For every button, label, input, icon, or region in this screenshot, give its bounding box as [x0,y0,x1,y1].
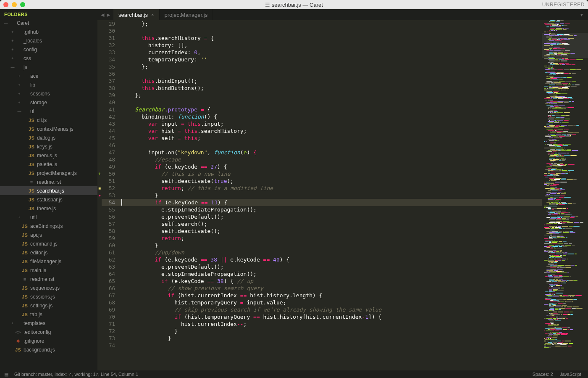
editor[interactable]: +■▸ 293031323334353637383940414243444546… [97,20,588,370]
tree-item-label: tab.js [30,312,42,317]
file-item[interactable]: JScontextMenus.js [0,124,97,133]
file-icon: <> [15,330,21,335]
chevron-down-icon: — [3,21,8,25]
nav-back-icon[interactable]: ◀ [101,12,104,18]
file-item[interactable]: JSsearchbar.js [0,186,97,195]
chevron-down-icon: — [17,109,22,114]
folder-item[interactable]: +sessions [0,89,97,98]
file-item[interactable]: JSdialog.js [0,133,97,142]
tab-label: searchbar.js [118,12,148,18]
file-item[interactable]: JSsequences.js [0,283,97,292]
tree-item-label: sessions [30,91,50,97]
tree-item-label: projectManager.js [37,170,77,176]
window-title: searchbar.js — Caret [0,2,588,8]
tree-item-label: .editorconfig [24,329,51,335]
file-item[interactable]: JScommand.js [0,239,97,248]
line-number-gutter[interactable]: 2930313233343536373839404142434445464748… [102,20,118,370]
zoom-window-button[interactable] [20,2,25,7]
tree-item-label: dialog.js [37,135,55,141]
tree-item-label: palette.js [37,161,57,167]
file-item[interactable]: JSsessions.js [0,292,97,301]
diff-gutter: +■▸ [97,20,102,370]
close-tab-icon[interactable]: × [151,12,154,17]
tab[interactable]: projectManager.js [160,9,213,20]
editor-main: ◀ ▶ searchbar.js×projectManager.js ▼ +■▸… [97,9,588,370]
js-file-icon: JS [29,144,34,149]
syntax-status[interactable]: JavaScript [557,372,584,377]
tree-item-label: css [24,56,31,61]
code-area[interactable]: }; this.searchHistory = { history: [], c… [118,20,542,370]
tree-item-label: Caret [17,20,29,26]
file-item[interactable]: JSprojectManager.js [0,169,97,177]
titlebar: searchbar.js — Caret UNREGISTERED [0,0,588,9]
folder-item[interactable]: —ui [0,107,97,116]
git-status[interactable]: Git branch: master, index: ✓, working: 1… [12,372,141,377]
file-item[interactable]: JSpalette.js [0,160,97,169]
file-item[interactable]: JSmenus.js [0,151,97,160]
folder-item[interactable]: +util [0,213,97,222]
folder-item[interactable]: —Caret [0,19,97,27]
close-window-button[interactable] [3,2,8,7]
console-icon[interactable]: ▤ [4,372,8,377]
tree-item-label: util [30,214,37,220]
tab[interactable]: searchbar.js× [113,9,160,20]
js-file-icon: JS [22,233,28,238]
file-item[interactable]: ◆.gitignore [0,336,97,345]
folder-item[interactable]: +.github [0,27,97,36]
file-item[interactable]: JSeditor.js [0,248,97,257]
folder-item[interactable]: +_locales [0,36,97,45]
file-item[interactable]: JScli.js [0,116,97,124]
folder-item[interactable]: +lib [0,80,97,89]
minimap-viewport[interactable] [542,33,588,58]
tree-item-label: aceBindings.js [30,223,63,229]
file-item[interactable]: <>.editorconfig [0,328,97,336]
js-file-icon: JS [22,312,28,317]
js-file-icon: JS [22,241,28,246]
file-item[interactable]: JStab.js [0,310,97,319]
file-item[interactable]: JSmain.js [0,266,97,275]
tab-overflow-button[interactable]: ▼ [575,9,588,20]
js-file-icon: JS [22,259,28,264]
file-item[interactable]: ≡readme.rst [0,275,97,283]
plus-icon: + [17,74,22,78]
folder-item[interactable]: —js [0,63,97,71]
file-item[interactable]: JSkeys.js [0,142,97,151]
file-item[interactable]: JSapi.js [0,230,97,239]
minimize-window-button[interactable] [12,2,17,7]
file-item[interactable]: JSaceBindings.js [0,222,97,230]
gitignore-icon: ◆ [15,338,21,344]
folder-item[interactable]: +ace [0,71,97,80]
file-item[interactable]: ≡readme.rst [0,177,97,186]
tree-item-label: menus.js [37,153,57,159]
js-file-icon: JS [22,294,28,299]
nav-forward-icon[interactable]: ▶ [107,12,110,18]
js-file-icon: JS [15,347,21,352]
tree-item-label: readme.rst [30,276,54,282]
js-file-icon: JS [22,285,28,291]
file-item[interactable]: JSsettings.js [0,301,97,310]
file-item[interactable]: JSfileManager.js [0,257,97,266]
tree-item-label: statusbar.js [37,197,63,203]
tree-item-label: readme.rst [37,179,61,185]
folder-item[interactable]: +storage [0,98,97,107]
plus-icon: + [10,48,15,52]
minimap[interactable] [542,20,588,370]
file-item[interactable]: JSstatusbar.js [0,195,97,204]
tree-item-label: sessions.js [30,294,55,300]
tab-history-nav: ◀ ▶ [97,9,113,20]
file-item[interactable]: JStheme.js [0,204,97,213]
folder-item[interactable]: +css [0,54,97,63]
folder-item[interactable]: +config [0,45,97,54]
file-item[interactable]: JSbackground.js [0,345,97,354]
tree-item-label: command.js [30,241,58,247]
window-controls [3,2,25,7]
tree-item-label: ace [30,73,38,79]
sidebar[interactable]: FOLDERS —Caret+.github+_locales+config+c… [0,9,97,370]
tree-item-label: .gitignore [24,338,44,344]
tree-item-label: ui [30,108,34,114]
tree-item-label: fileManager.js [30,259,61,264]
folder-item[interactable]: +templates [0,319,97,328]
tree-item-label: theme.js [37,206,56,211]
plus-icon: + [10,39,15,43]
indent-status[interactable]: Spaces: 2 [530,372,556,377]
